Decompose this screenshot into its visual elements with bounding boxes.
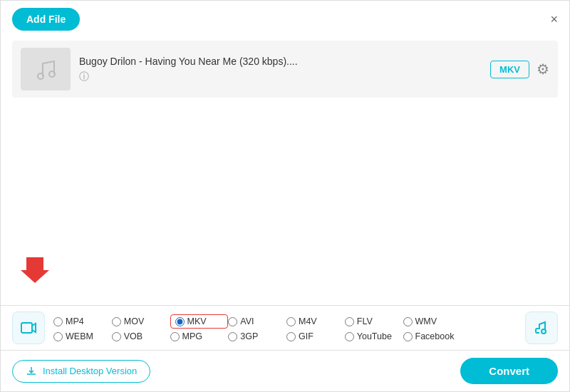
file-name: Bugoy Drilon - Having You Near Me (320 k… (79, 56, 482, 67)
format-option-webm[interactable]: WEBM (53, 331, 112, 341)
video-icon (20, 319, 37, 336)
format-radio-webm[interactable] (53, 332, 63, 341)
video-format-icon-box[interactable] (12, 311, 45, 344)
download-icon (26, 366, 37, 377)
format-radio-youtube[interactable] (345, 332, 354, 341)
format-option-3gp[interactable]: 3GP (228, 331, 286, 341)
top-bar: Add File × (1, 1, 569, 38)
close-button[interactable]: × (550, 13, 558, 26)
format-radio-m4v[interactable] (286, 317, 296, 326)
settings-icon[interactable]: ⚙ (537, 61, 549, 78)
format-option-mp4[interactable]: MP4 (53, 314, 112, 329)
format-radio-gif[interactable] (286, 332, 296, 341)
format-radio-mkv[interactable] (175, 317, 185, 326)
install-label: Install Desktop Version (43, 366, 137, 376)
format-radio-mov[interactable] (112, 317, 121, 326)
file-thumbnail (21, 48, 71, 91)
format-option-gif[interactable]: GIF (286, 331, 345, 341)
format-options-grid: MP4 MOV MKV AVI M4V FLV WMV (53, 314, 519, 341)
file-item: Bugoy Drilon - Having You Near Me (320 k… (12, 41, 558, 98)
arrow-indicator (21, 254, 49, 286)
music-icon (33, 56, 58, 82)
audio-icon (533, 319, 550, 336)
down-arrow-icon (21, 254, 49, 283)
format-option-avi[interactable]: AVI (228, 314, 286, 329)
file-info: Bugoy Drilon - Having You Near Me (320 k… (79, 56, 482, 83)
install-desktop-button[interactable]: Install Desktop Version (12, 360, 150, 383)
format-radio-mp4[interactable] (53, 317, 63, 326)
svg-rect-3 (21, 323, 32, 333)
bottom-section: MP4 MOV MKV AVI M4V FLV WMV (1, 305, 569, 391)
format-badge[interactable]: MKV (490, 61, 529, 78)
add-file-button[interactable]: Add File (12, 8, 80, 31)
format-radio-vob[interactable] (112, 332, 121, 341)
format-selector: MP4 MOV MKV AVI M4V FLV WMV (1, 306, 569, 351)
file-actions: MKV ⚙ (490, 61, 549, 78)
format-option-flv[interactable]: FLV (345, 314, 403, 329)
format-option-facebook[interactable]: Facebook (403, 331, 462, 341)
format-radio-facebook[interactable] (403, 332, 413, 341)
format-option-youtube[interactable]: YouTube (345, 331, 403, 341)
format-option-vob[interactable]: VOB (112, 331, 170, 341)
format-option-mkv[interactable]: MKV (170, 314, 229, 329)
svg-point-4 (542, 329, 546, 334)
format-option-wmv[interactable]: WMV (403, 314, 462, 329)
footer-bar: Install Desktop Version Convert (1, 351, 569, 391)
format-radio-mpg[interactable] (170, 332, 180, 341)
format-option-mpg[interactable]: MPG (170, 331, 229, 341)
format-radio-wmv[interactable] (403, 317, 413, 326)
audio-format-icon-box[interactable] (525, 311, 558, 344)
info-icon[interactable]: ⓘ (79, 71, 89, 82)
middle-area (1, 98, 569, 240)
file-list: Bugoy Drilon - Having You Near Me (320 k… (1, 41, 569, 98)
format-radio-flv[interactable] (345, 317, 354, 326)
format-option-m4v[interactable]: M4V (286, 314, 345, 329)
format-option-mov[interactable]: MOV (112, 314, 170, 329)
convert-button[interactable]: Convert (460, 358, 558, 384)
svg-marker-2 (21, 257, 49, 283)
format-radio-avi[interactable] (228, 317, 237, 326)
format-radio-3gp[interactable] (228, 332, 237, 341)
